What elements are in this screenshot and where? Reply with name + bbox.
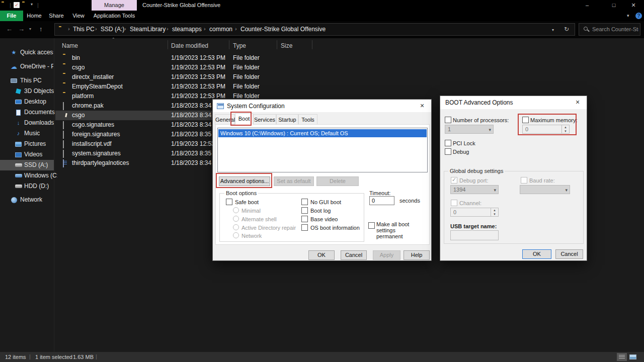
- sidebar-item-quick-access[interactable]: ★Quick access: [0, 47, 54, 58]
- sidebar-item-desktop[interactable]: Desktop: [0, 97, 54, 107]
- boot-log-label[interactable]: Boot log: [310, 208, 331, 214]
- maximum-memory-label[interactable]: Maximum memory:: [530, 117, 578, 123]
- file-row-directx-installer[interactable]: directx_installer 1/19/2023 12:53 PM Fil…: [55, 72, 337, 82]
- refresh-icon[interactable]: ↻: [564, 26, 569, 33]
- column-header-size[interactable]: Size: [281, 42, 292, 49]
- ribbon-contextual-tab-manage[interactable]: Manage: [92, 0, 137, 11]
- maximize-button[interactable]: □: [606, 0, 621, 11]
- sidebar-item-pictures[interactable]: Pictures: [0, 139, 54, 149]
- close-button[interactable]: ✕: [626, 0, 641, 11]
- debug-label[interactable]: Debug: [453, 149, 469, 155]
- desktop: | ✓ ▾ | Manage Counter-Strike Global Off…: [0, 0, 644, 362]
- sidebar-item-documents[interactable]: Documents: [0, 107, 54, 118]
- advanced-options-button[interactable]: Advanced options...: [219, 176, 270, 186]
- ok-button[interactable]: OK: [308, 250, 335, 260]
- tab-general[interactable]: General: [215, 114, 235, 125]
- ok-button[interactable]: OK: [522, 249, 551, 259]
- debug-checkbox[interactable]: [445, 148, 451, 155]
- sidebar-item-onedrive[interactable]: ☁OneDrive - Pers: [0, 61, 54, 72]
- base-video-checkbox[interactable]: [301, 216, 308, 222]
- ribbon-tab-application-tools[interactable]: Application Tools: [92, 11, 137, 21]
- pci-lock-label[interactable]: PCI Lock: [453, 140, 475, 146]
- number-of-processors-label[interactable]: Number of processors:: [453, 117, 509, 123]
- maximum-memory-checkbox[interactable]: [522, 117, 529, 123]
- sidebar-item-downloads[interactable]: ↓Downloads: [0, 118, 54, 128]
- thumbnail-view-toggle-icon[interactable]: [628, 353, 638, 361]
- tab-services[interactable]: Services: [253, 114, 276, 125]
- ribbon-tab-view[interactable]: View: [67, 11, 90, 21]
- column-separator[interactable]: [312, 40, 312, 49]
- ribbon-tab-file[interactable]: File: [0, 11, 23, 21]
- breadcrumb-steamlibrary[interactable]: SteamLibrary: [130, 26, 166, 33]
- safe-boot-label[interactable]: Safe boot: [235, 199, 259, 205]
- pci-lock-checkbox[interactable]: [445, 140, 451, 146]
- ribbon-expand-chevron-icon[interactable]: ▾: [627, 13, 629, 18]
- cancel-button[interactable]: Cancel: [555, 249, 583, 259]
- address-dropdown-chevron-icon[interactable]: ▾: [552, 28, 554, 32]
- status-bar: 12 items | 1 item selected 1.63 MB |: [0, 352, 644, 362]
- sysconfig-titlebar[interactable]: System Configuration ×: [213, 100, 431, 112]
- spinner-arrows-icon[interactable]: ▲▼: [561, 125, 569, 133]
- column-header-type[interactable]: Type: [233, 42, 246, 49]
- no-gui-boot-label[interactable]: No GUI boot: [310, 199, 341, 205]
- os-boot-information-checkbox[interactable]: [301, 224, 308, 231]
- breadcrumb-common[interactable]: common: [209, 26, 232, 33]
- qat-customize-chevron-icon[interactable]: ▾: [31, 2, 33, 7]
- timeout-input[interactable]: [369, 196, 394, 205]
- column-separator[interactable]: [277, 40, 277, 49]
- boot-entries-listbox[interactable]: Windows 10 (C:\Windows) : Current OS; De…: [217, 128, 428, 172]
- os-boot-information-label[interactable]: OS boot information: [310, 225, 360, 231]
- recent-locations-chevron-icon[interactable]: ▾: [29, 27, 31, 31]
- details-view-toggle-icon[interactable]: [617, 353, 627, 361]
- breadcrumb-this-pc[interactable]: This PC: [73, 26, 95, 33]
- forward-icon[interactable]: →: [18, 25, 25, 33]
- timeout-unit-label: seconds: [399, 198, 420, 204]
- address-bar-row: ← → ▾ ↑ › This PC › SSD (A:) › SteamLibr…: [0, 21, 644, 38]
- file-row-emptysteamdepot[interactable]: EmptySteamDepot 1/19/2023 12:53 PM File …: [55, 82, 337, 92]
- sidebar-item-3d-objects[interactable]: 3D Objects: [0, 86, 54, 97]
- breadcrumb[interactable]: › This PC › SSD (A:) › SteamLibrary › st…: [54, 23, 575, 36]
- sidebar-item-windows-c[interactable]: Windows (C:): [0, 170, 54, 181]
- back-icon[interactable]: ←: [6, 25, 13, 33]
- help-icon[interactable]: ?: [635, 13, 642, 19]
- close-icon[interactable]: ×: [571, 97, 585, 107]
- sidebar-item-music[interactable]: ♪Music: [0, 128, 54, 139]
- debug-port-label: Debug port:: [459, 177, 488, 184]
- sidebar-item-videos[interactable]: Videos: [0, 149, 54, 160]
- up-icon[interactable]: ↑: [39, 25, 43, 33]
- search-box[interactable]: [579, 23, 640, 36]
- tab-boot[interactable]: Boot: [235, 113, 253, 125]
- column-header-date-modified[interactable]: Date modified: [171, 42, 208, 49]
- close-icon[interactable]: ×: [415, 101, 429, 111]
- sidebar-item-this-pc[interactable]: This PC: [0, 75, 54, 86]
- help-button[interactable]: Help: [404, 250, 430, 260]
- bootdlg-titlebar[interactable]: BOOT Advanced Options ×: [440, 96, 587, 109]
- cancel-button[interactable]: Cancel: [341, 250, 367, 260]
- boot-log-checkbox[interactable]: [301, 207, 308, 214]
- column-separator[interactable]: [168, 40, 168, 49]
- column-header-name[interactable]: Name: [62, 42, 78, 49]
- number-of-processors-checkbox[interactable]: [445, 117, 451, 123]
- sidebar-item-ssd-a[interactable]: SSD (A:): [0, 160, 54, 170]
- breadcrumb-csgo-folder[interactable]: Counter-Strike Global Offensive: [240, 26, 326, 33]
- safe-boot-checkbox[interactable]: [226, 199, 232, 205]
- minimize-button[interactable]: –: [580, 0, 595, 11]
- boot-entry-selected[interactable]: Windows 10 (C:\Windows) : Current OS; De…: [218, 129, 427, 137]
- ribbon-tab-home[interactable]: Home: [23, 11, 45, 21]
- breadcrumb-ssd-a[interactable]: SSD (A:): [101, 26, 124, 33]
- make-permanent-label[interactable]: Make all boot settings permanent: [376, 221, 423, 239]
- tab-tools[interactable]: Tools: [298, 114, 317, 125]
- sidebar-item-network[interactable]: Network: [0, 195, 54, 205]
- file-row-csgo-folder[interactable]: csgo 1/19/2023 12:53 PM File folder: [55, 63, 337, 72]
- sidebar-item-hdd-d[interactable]: HDD (D:): [0, 181, 54, 192]
- qat-properties-icon[interactable]: ✓: [14, 2, 20, 8]
- file-row-bin[interactable]: bin 1/19/2023 12:53 PM File folder: [55, 53, 337, 63]
- search-input[interactable]: [592, 25, 638, 34]
- no-gui-boot-checkbox[interactable]: [301, 199, 308, 205]
- column-separator[interactable]: [229, 40, 229, 49]
- breadcrumb-steamapps[interactable]: steamapps: [172, 26, 202, 33]
- base-video-label[interactable]: Base video: [310, 216, 338, 222]
- ribbon-tab-share[interactable]: Share: [45, 11, 67, 21]
- make-permanent-checkbox[interactable]: [368, 222, 375, 229]
- tab-startup[interactable]: Startup: [276, 114, 298, 125]
